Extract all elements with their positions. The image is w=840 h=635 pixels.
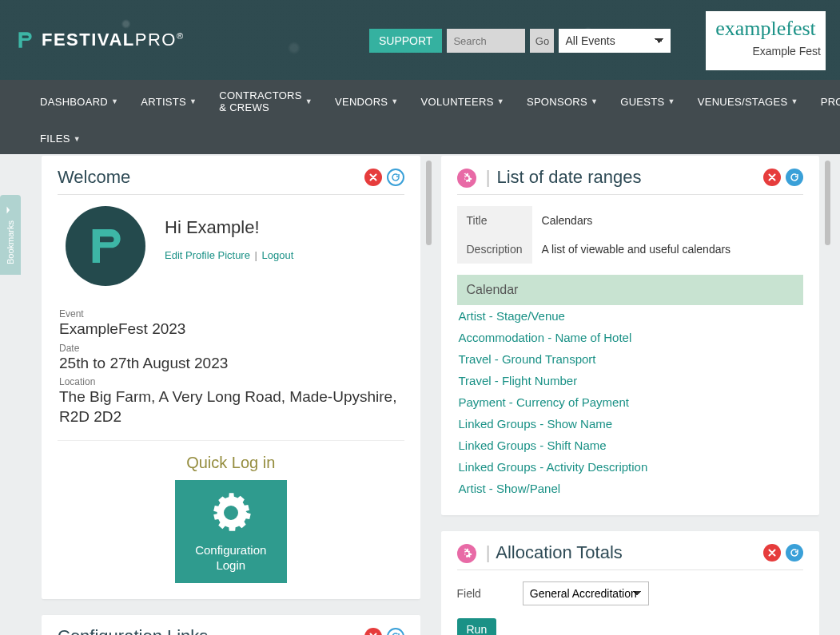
edit-profile-link[interactable]: Edit Profile Picture xyxy=(165,249,250,261)
welcome-title: Welcome xyxy=(58,167,130,188)
chevron-down-icon: ▼ xyxy=(74,135,81,143)
calendar-item[interactable]: Linked Groups - Activity Description xyxy=(457,456,804,478)
calendar-item[interactable]: Accommodation - Name of Hotel xyxy=(457,327,804,348)
calendar-header: Calendar xyxy=(457,275,804,305)
brand-logo-text: examplefest xyxy=(711,14,821,43)
date-value: 25th to 27th August 2023 xyxy=(59,354,404,374)
main-nav: DASHBOARD▼ARTISTS▼CONTRACTORS & CREWS▼VE… xyxy=(0,80,840,154)
close-icon[interactable] xyxy=(763,544,781,562)
nav-item-venues-stages[interactable]: VENUES/STAGES▼ xyxy=(687,80,810,123)
header-controls: SUPPORT Go All Events xyxy=(369,29,671,53)
close-icon[interactable] xyxy=(364,169,382,186)
config-links-card: Configuration Links xyxy=(42,615,420,635)
go-button[interactable]: Go xyxy=(530,29,554,53)
close-icon[interactable] xyxy=(763,169,781,186)
chevron-down-icon: ▼ xyxy=(391,97,398,105)
event-label: Event xyxy=(59,308,404,319)
nav-item-dashboard[interactable]: DASHBOARD▼ xyxy=(29,80,129,123)
calendar-item[interactable]: Travel - Flight Number xyxy=(457,370,804,391)
date-ranges-card: | List of date ranges Title xyxy=(441,156,820,515)
logo-icon xyxy=(14,30,35,50)
refresh-icon[interactable] xyxy=(786,169,803,186)
gear-icon xyxy=(181,491,281,538)
location-value: The Big Farm, A Very Long Road, Made-Upy… xyxy=(59,387,404,427)
brand-sub-text: Example Fest xyxy=(711,45,821,58)
left-column: Welcome xyxy=(42,156,420,635)
refresh-icon[interactable] xyxy=(387,628,404,635)
nav-item-production[interactable]: PRODUCTION▼ xyxy=(810,80,840,123)
field-label: Field xyxy=(457,587,481,600)
scrollbar[interactable] xyxy=(426,161,432,245)
nav-item-sponsors[interactable]: SPONSORS▼ xyxy=(516,80,609,123)
date-label: Date xyxy=(59,343,404,354)
meta-desc-value: A list of viewable and useful calendars xyxy=(532,235,803,264)
avatar xyxy=(66,206,145,286)
chevron-down-icon: ▼ xyxy=(305,97,313,105)
avatar-logo-icon xyxy=(83,224,128,268)
config-login-label: Configuration Login xyxy=(181,542,281,573)
allocation-title: | Allocation Totals xyxy=(457,542,623,563)
chevron-down-icon: ▼ xyxy=(668,97,675,105)
config-links-title: Configuration Links xyxy=(58,626,208,635)
calendar-item[interactable]: Artist - Stage/Venue xyxy=(457,305,804,327)
header-banner: FESTIVALPRO® SUPPORT Go All Events examp… xyxy=(0,0,840,80)
nav-item-volunteers[interactable]: VOLUNTEERS▼ xyxy=(410,80,516,123)
welcome-card: Welcome xyxy=(42,156,420,599)
nav-item-contractors-crews[interactable]: CONTRACTORS & CREWS▼ xyxy=(208,80,324,123)
chevron-down-icon: ▼ xyxy=(790,97,798,105)
meta-desc-label: Description xyxy=(457,235,532,264)
refresh-icon[interactable] xyxy=(387,169,404,186)
gear-icon[interactable] xyxy=(457,169,476,188)
range-meta: Title Calendars Description A list of vi… xyxy=(457,206,804,264)
greeting: Hi Example! xyxy=(165,217,293,238)
calendar-list: Artist - Stage/VenueAccommodation - Name… xyxy=(457,305,804,499)
meta-title-label: Title xyxy=(457,206,532,235)
logo[interactable]: FESTIVALPRO® xyxy=(14,30,185,50)
calendar-item[interactable]: Artist - Show/Panel xyxy=(457,478,804,499)
support-button[interactable]: SUPPORT xyxy=(369,29,442,53)
chevron-down-icon: ▼ xyxy=(591,97,598,105)
bookmarks-label: Bookmarks xyxy=(6,220,15,264)
calendar-item[interactable]: Linked Groups - Shift Name xyxy=(457,435,804,456)
run-button[interactable]: Run xyxy=(457,618,497,635)
brand-badge[interactable]: examplefest Example Fest xyxy=(706,11,826,70)
date-ranges-title: | List of date ranges xyxy=(457,167,642,188)
bookmark-icon xyxy=(6,205,15,215)
right-column: | List of date ranges Title xyxy=(441,156,820,635)
location-label: Location xyxy=(59,376,404,387)
logout-link[interactable]: Logout xyxy=(262,249,294,261)
gear-icon[interactable] xyxy=(457,544,476,563)
bookmarks-tab[interactable]: Bookmarks xyxy=(0,195,21,275)
chevron-down-icon: ▼ xyxy=(111,97,118,105)
nav-item-artists[interactable]: ARTISTS▼ xyxy=(129,80,208,123)
search-input[interactable] xyxy=(447,29,525,53)
nav-item-guests[interactable]: GUESTS▼ xyxy=(609,80,686,123)
logo-text: FESTIVALPRO® xyxy=(42,30,185,50)
calendar-item[interactable]: Travel - Ground Transport xyxy=(457,348,804,370)
field-select[interactable]: General Accreditation xyxy=(523,581,649,605)
allocation-card: | Allocation Totals Field xyxy=(441,531,820,635)
refresh-icon[interactable] xyxy=(786,544,803,562)
events-select[interactable]: All Events xyxy=(559,29,671,53)
profile-links: Edit Profile Picture | Logout xyxy=(165,249,293,261)
config-login-button[interactable]: Configuration Login xyxy=(175,480,287,583)
nav-item-files[interactable]: FILES▼ xyxy=(29,123,92,154)
close-icon[interactable] xyxy=(364,628,382,635)
meta-title-value: Calendars xyxy=(532,206,803,235)
event-value: ExampleFest 2023 xyxy=(59,319,404,339)
scrollbar[interactable] xyxy=(825,161,830,245)
quick-login-title: Quick Log in xyxy=(58,454,404,472)
chevron-down-icon: ▼ xyxy=(189,97,197,105)
calendar-item[interactable]: Payment - Currency of Payment xyxy=(457,391,804,413)
chevron-down-icon: ▼ xyxy=(497,97,504,105)
nav-item-vendors[interactable]: VENDORS▼ xyxy=(324,80,410,123)
calendar-item[interactable]: Linked Groups - Show Name xyxy=(457,413,804,435)
